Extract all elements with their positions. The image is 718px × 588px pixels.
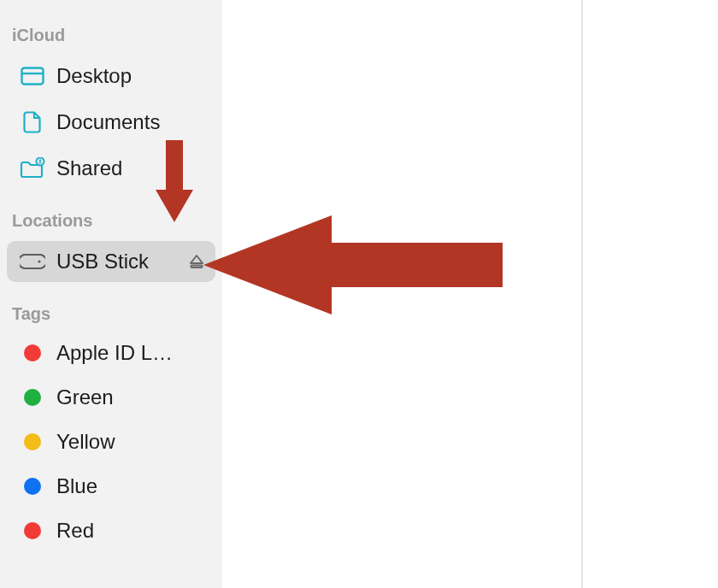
svg-point-3 bbox=[39, 160, 42, 162]
sidebar-item-label: Shared bbox=[56, 156, 207, 180]
sidebar-item-shared[interactable]: Shared bbox=[7, 148, 215, 189]
section-header-tags: Tags bbox=[0, 299, 222, 329]
tag-item-yellow[interactable]: Yellow bbox=[7, 421, 215, 462]
sidebar-item-documents[interactable]: Documents bbox=[7, 102, 215, 143]
svg-rect-0 bbox=[22, 68, 44, 85]
shared-folder-icon bbox=[19, 156, 46, 180]
sidebar-item-label: USB Stick bbox=[56, 250, 186, 273]
tag-label: Green bbox=[56, 385, 114, 409]
tag-item-blue[interactable]: Blue bbox=[7, 466, 215, 507]
tag-label: Blue bbox=[56, 474, 97, 498]
column-divider bbox=[581, 0, 583, 588]
external-drive-icon bbox=[19, 250, 46, 273]
tag-item-apple-id[interactable]: Apple ID L… bbox=[7, 332, 215, 373]
tag-label: Red bbox=[56, 519, 94, 543]
sidebar-item-desktop[interactable]: Desktop bbox=[7, 56, 215, 97]
finder-window: iCloud Desktop Documents bbox=[0, 0, 718, 588]
main-content bbox=[222, 0, 718, 588]
tag-dot-icon bbox=[24, 389, 41, 406]
eject-icon[interactable] bbox=[186, 254, 207, 269]
tag-dot-icon bbox=[24, 433, 41, 450]
section-header-icloud: iCloud bbox=[0, 21, 222, 50]
tag-item-green[interactable]: Green bbox=[7, 377, 215, 418]
tag-dot-icon bbox=[24, 478, 41, 495]
svg-point-4 bbox=[38, 260, 40, 262]
tag-label: Yellow bbox=[56, 430, 115, 454]
sidebar: iCloud Desktop Documents bbox=[0, 0, 222, 588]
tag-dot-icon bbox=[24, 344, 41, 362]
desktop-icon bbox=[19, 64, 46, 88]
tag-item-red[interactable]: Red bbox=[7, 510, 215, 551]
tag-label: Apple ID L… bbox=[56, 341, 173, 365]
document-icon bbox=[19, 110, 46, 134]
sidebar-item-label: Documents bbox=[56, 110, 207, 134]
sidebar-item-usb-stick[interactable]: USB Stick bbox=[7, 241, 215, 282]
svg-rect-5 bbox=[191, 266, 203, 268]
tag-dot-icon bbox=[24, 522, 41, 539]
sidebar-item-label: Desktop bbox=[56, 64, 207, 88]
section-header-locations: Locations bbox=[0, 206, 222, 236]
